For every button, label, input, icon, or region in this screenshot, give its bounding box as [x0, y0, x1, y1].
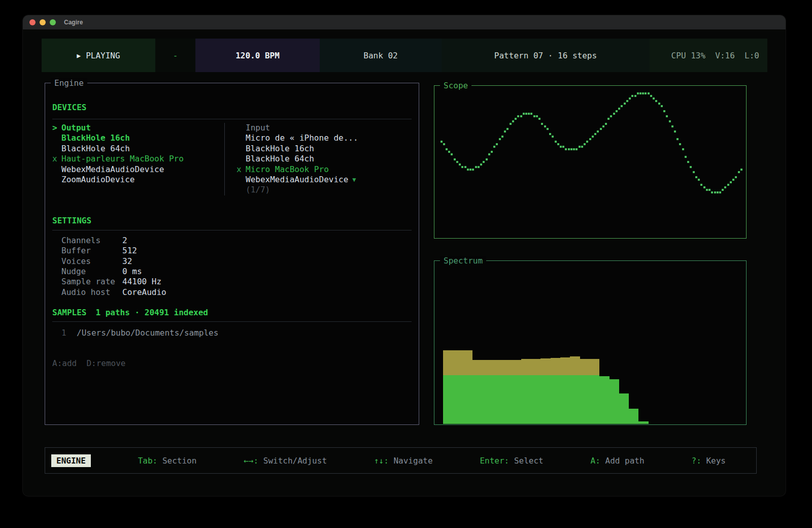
scope-sample-dot [679, 143, 681, 145]
spectrum-level-bar [570, 375, 580, 424]
output-device-item[interactable]: BlackHole 16ch [52, 133, 224, 143]
spectrum-peak-bar [512, 360, 522, 375]
scope-sample-dot [586, 141, 588, 143]
spectrum-peak-bar [521, 359, 531, 375]
scope-sample-dot [486, 158, 488, 160]
setting-row[interactable]: Audio host CoreAudio [52, 287, 412, 298]
scope-sample-dot [637, 92, 639, 94]
scope-sample-dot [735, 176, 737, 178]
setting-row[interactable]: Channels 2 [52, 236, 412, 246]
key-hint-add: A: Add path [591, 456, 645, 466]
window-title: Cagire [64, 19, 83, 26]
scope-sample-dot [674, 130, 676, 133]
setting-row[interactable]: Nudge 0 ms [52, 267, 412, 277]
scope-sample-dot [616, 110, 618, 112]
input-device-item[interactable]: x Micro MacBook Pro [236, 164, 412, 175]
input-device-item[interactable]: BlackHole 16ch [236, 144, 412, 154]
scope-sample-dot [552, 136, 554, 138]
scope-sample-dot [562, 146, 564, 148]
spectrum-level-bar [492, 375, 502, 424]
scope-sample-dot [499, 138, 501, 140]
scope-sample-dot [613, 113, 615, 115]
separator [52, 119, 412, 119]
scope-sample-dot [451, 153, 453, 155]
dropdown-arrow-icon: ▼ [352, 175, 356, 185]
key-hint-keys: ?: Keys [691, 456, 725, 466]
spectrum-peak-bar [443, 350, 453, 375]
devices-heading: DEVICES [52, 103, 412, 113]
bpm-display: 120.0 BPM [195, 39, 320, 72]
scope-sample-dot [469, 169, 471, 171]
scope-sample-dot [512, 120, 514, 122]
scope-sample-dot [626, 100, 628, 102]
spectrum-peak-bar [482, 360, 492, 375]
device-lists: > Output BlackHole 16ch BlackHole 64ch x… [52, 123, 412, 195]
scope-sample-dot [530, 113, 532, 115]
pattern-display: Pattern 07 · 16 steps [442, 39, 650, 72]
scope-sample-dot [648, 92, 650, 94]
output-device-item[interactable]: WebexMediaAudioDevice [52, 164, 224, 175]
scope-sample-dot [515, 118, 517, 120]
scope-sample-dot [624, 103, 626, 105]
spectrum-level-bar [638, 421, 649, 424]
scope-sample-dot [600, 128, 602, 130]
input-device-item[interactable]: WebexMediaAudioDevice ▼ [236, 175, 412, 185]
setting-row[interactable]: Buffer 512 [52, 246, 412, 256]
scope-sample-dot [676, 138, 679, 140]
scope-sample-dot [700, 184, 702, 186]
spectrum-level-bar [590, 375, 600, 424]
scope-sample-dot [538, 118, 540, 120]
key-hint-arrows-lr: ←→: Switch/Adjust [244, 456, 327, 466]
scope-sample-dot [658, 103, 660, 105]
scope-sample-dot [685, 156, 687, 158]
scope-sample-dot [547, 128, 549, 130]
scope-sample-dot [605, 123, 607, 125]
close-window-button[interactable] [29, 19, 36, 25]
scope-sample-dot [549, 133, 551, 135]
spectrum-peak-bar [492, 360, 502, 375]
output-cursor: > [52, 123, 61, 133]
scope-sample-dot [467, 169, 469, 171]
setting-row[interactable]: Sample rate 44100 Hz [52, 277, 412, 287]
spectrum-level-bar [560, 375, 570, 424]
scope-sample-dot [727, 184, 729, 186]
minimize-window-button[interactable] [40, 19, 46, 25]
sample-path-row[interactable]: 1 /Users/bubo/Documents/samples [52, 328, 412, 338]
scope-sample-dot [464, 166, 466, 168]
scope-sample-dot [719, 191, 721, 193]
app-window: Cagire ▶ PLAYING - 120.0 BPM Bank 02 Pat… [23, 15, 786, 496]
scope-sample-dot [669, 120, 671, 122]
input-device-item[interactable]: BlackHole 64ch [236, 154, 412, 164]
output-device-item[interactable]: BlackHole 64ch [52, 144, 224, 154]
scope-sample-dot [520, 115, 522, 117]
scope-sample-dot [584, 143, 586, 145]
key-hint-tab: Tab: Section [138, 456, 197, 466]
spectrum-level-bar [580, 375, 590, 424]
setting-row[interactable]: Voices 32 [52, 256, 412, 267]
scope-sample-dot [533, 115, 535, 117]
spectrum-peak-bar [540, 358, 551, 375]
output-header: Output [61, 123, 91, 133]
zoom-window-button[interactable] [50, 19, 56, 25]
scope-sample-dot [541, 123, 543, 125]
scope-sample-dot [666, 115, 668, 117]
samples-key-hints: A:add D:remove [52, 358, 412, 368]
spectrum-peak-bar [570, 356, 580, 375]
scope-sample-dot [629, 97, 631, 100]
scope-sample-dot [642, 92, 644, 94]
scope-sample-dot [671, 125, 673, 127]
output-device-item[interactable]: ZoomAudioDevice [52, 175, 224, 185]
scope-sample-dot [607, 118, 610, 120]
scope-sample-dot [708, 189, 710, 191]
spectrum-level-bar [521, 375, 531, 424]
scope-sample-dot [579, 146, 581, 148]
output-device-item[interactable]: x Haut-parleurs MacBook Pro [52, 154, 224, 164]
scope-sample-dot [703, 186, 705, 188]
scope-sample-dot [730, 181, 732, 183]
key-hint-bar: ENGINE Tab: Section ←→: Switch/Adjust ↑↓… [45, 447, 757, 474]
scope-sample-dot [650, 95, 652, 97]
input-device-item[interactable]: Micro de « iPhone de... [236, 133, 412, 143]
scope-sample-dot [663, 110, 665, 112]
titlebar[interactable]: Cagire [23, 15, 786, 29]
spectrum-level-bar [629, 409, 639, 424]
